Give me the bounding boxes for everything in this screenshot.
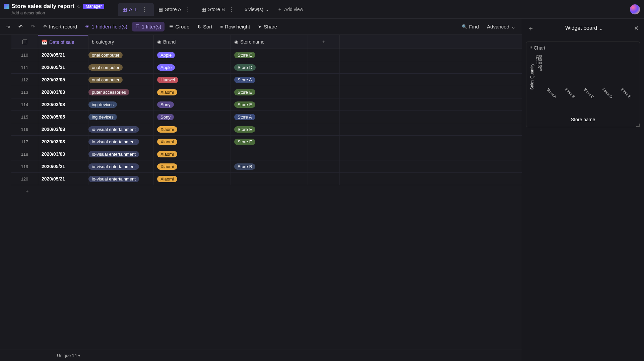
cell-store[interactable]: Store E (231, 98, 308, 111)
column-date-of-sale[interactable]: 📅 Date of sale (38, 35, 88, 49)
row-number: 112 (11, 74, 38, 86)
cell-sub-category[interactable]: puter accessories (88, 86, 154, 98)
cell-sub-category[interactable]: onal computer (88, 49, 154, 61)
table-row[interactable]: 1192020/05/21io-visual entertainmentXiao… (11, 160, 522, 173)
tab-menu-icon[interactable]: ⋮ (140, 6, 149, 12)
cell-brand[interactable]: Xiaomi (154, 123, 231, 135)
find-button[interactable]: 🔍 Find (458, 22, 482, 31)
drag-handle-icon[interactable]: ⠿ (529, 45, 532, 51)
cell-store[interactable]: Store E (231, 123, 308, 135)
cell-date[interactable]: 2020/03/03 (38, 98, 88, 111)
cell-date[interactable]: 2020/03/05 (38, 74, 88, 86)
hidden-fields-button[interactable]: 👁 1 hidden field(s) (82, 22, 131, 31)
cell-sub-category[interactable]: ing devices (88, 98, 154, 111)
close-panel-button[interactable]: ✕ (634, 25, 639, 32)
table-row[interactable]: 1162020/03/03io-visual entertainmentXiao… (11, 123, 522, 136)
cell-brand[interactable]: Xiaomi (154, 86, 231, 98)
cell-store[interactable]: Store E (231, 86, 308, 98)
cell-brand[interactable]: Sony (154, 111, 231, 123)
cell-date[interactable]: 2020/05/21 (38, 49, 88, 61)
cell-store[interactable]: Store A (231, 111, 308, 123)
filter-button[interactable]: ⛉ 1 filter(s) (132, 22, 165, 31)
cell-store[interactable] (231, 148, 308, 160)
cell-store[interactable]: Store D (231, 61, 308, 73)
cell-brand[interactable]: Xiaomi (154, 173, 231, 185)
row-height-button[interactable]: ≡ Row height (217, 22, 254, 31)
cell-sub-category[interactable]: ing devices (88, 111, 154, 123)
cell-store[interactable] (231, 173, 308, 185)
cell-store[interactable]: Store E (231, 136, 308, 148)
views-dropdown[interactable]: 6 view(s) ⌄ (241, 4, 273, 15)
cell-date[interactable]: 2020/05/21 (38, 61, 88, 73)
cell-brand[interactable]: Apple (154, 61, 231, 73)
cell-date[interactable]: 2020/03/03 (38, 136, 88, 148)
cell-sub-category[interactable]: io-visual entertainment (88, 123, 154, 135)
share-button[interactable]: ➤ Share (255, 22, 280, 31)
row-number: 120 (11, 173, 38, 185)
chart-widget[interactable]: ⠿ Chart Sales Quantity 200150100500 Stor… (526, 42, 640, 127)
star-icon[interactable]: ☆ (76, 3, 81, 10)
cell-brand[interactable]: Xiaomi (154, 136, 231, 148)
column-sub-category[interactable]: b-category (88, 35, 154, 49)
cell-brand[interactable]: Apple (154, 49, 231, 61)
cell-store[interactable]: Store A (231, 74, 308, 86)
cell-sub-category[interactable]: io-visual entertainment (88, 148, 154, 160)
add-column-button[interactable]: ＋ (308, 35, 340, 49)
tab-menu-icon[interactable]: ⋮ (227, 6, 236, 12)
undo-button[interactable]: ↶ (15, 22, 26, 32)
table-row[interactable]: 1202020/05/21io-visual entertainmentXiao… (11, 173, 522, 185)
chart-bars: Store AStore BStore CStore DStore E (543, 53, 637, 90)
cell-empty (308, 136, 340, 148)
redo-button[interactable]: ↷ (27, 22, 39, 32)
table-row[interactable]: 1152020/05/05ing devicesSonyStore A (11, 111, 522, 123)
column-brand[interactable]: ◉ Brand (154, 35, 231, 49)
cell-store[interactable]: Store E (231, 49, 308, 61)
add-view-button[interactable]: ＋ Add view (273, 4, 307, 15)
cell-sub-category[interactable]: onal computer (88, 61, 154, 73)
user-avatar[interactable] (630, 4, 640, 14)
column-store-name[interactable]: ◉ Store name (231, 35, 308, 49)
cell-brand[interactable]: Xiaomi (154, 160, 231, 172)
cell-empty (308, 111, 340, 123)
cell-brand[interactable]: Xiaomi (154, 148, 231, 160)
cell-date[interactable]: 2020/05/05 (38, 111, 88, 123)
checkbox-icon[interactable] (22, 40, 27, 44)
table-row[interactable]: 1122020/03/05onal computerHuaweiStore A (11, 74, 522, 86)
tab-store-a[interactable]: ▦ Store A ⋮ (154, 3, 197, 16)
row-number: 116 (11, 123, 38, 135)
widget-board-dropdown[interactable]: Widget board ⌄ (538, 25, 630, 31)
table-row[interactable]: 1172020/03/03io-visual entertainmentXiao… (11, 136, 522, 148)
collapse-panel-button[interactable]: ⇥ (3, 22, 14, 32)
select-all-header[interactable] (11, 35, 38, 49)
cell-sub-category[interactable]: io-visual entertainment (88, 136, 154, 148)
cell-sub-category[interactable]: io-visual entertainment (88, 173, 154, 185)
table-row[interactable]: 1102020/05/21onal computerAppleStore E (11, 49, 522, 61)
cell-sub-category[interactable]: io-visual entertainment (88, 160, 154, 172)
advanced-button[interactable]: Advanced ⌄ (484, 22, 519, 32)
cell-empty (308, 148, 340, 160)
cell-date[interactable]: 2020/03/03 (38, 148, 88, 160)
group-button[interactable]: ☰ Group (166, 22, 193, 31)
sort-button[interactable]: ⇅ Sort (194, 22, 216, 31)
resize-handle-icon[interactable] (636, 124, 640, 127)
cell-brand[interactable]: Huawei (154, 74, 231, 86)
table-row[interactable]: 1112020/05/21onal computerAppleStore D (11, 61, 522, 74)
cell-date[interactable]: 2020/05/21 (38, 160, 88, 172)
description-placeholder[interactable]: Add a description (4, 10, 118, 15)
table-row[interactable]: 1132020/03/03puter accessoriesXiaomiStor… (11, 86, 522, 98)
cell-date[interactable]: 2020/05/21 (38, 173, 88, 185)
tab-menu-icon[interactable]: ⋮ (183, 6, 192, 12)
cell-brand[interactable]: Sony (154, 98, 231, 111)
table-row[interactable]: 1182020/03/03io-visual entertainmentXiao… (11, 148, 522, 160)
cell-store[interactable]: Store B (231, 160, 308, 172)
column-summary[interactable]: Unique 14 ▾ (57, 353, 80, 358)
add-row-button[interactable]: ＋ (11, 185, 522, 197)
add-widget-button[interactable]: ＋ (527, 24, 534, 33)
insert-record-button[interactable]: ⊕ Insert record (40, 22, 80, 31)
cell-sub-category[interactable]: onal computer (88, 74, 154, 86)
tab-store-b[interactable]: ▦ Store B ⋮ (197, 3, 241, 16)
cell-date[interactable]: 2020/03/03 (38, 123, 88, 135)
tab-all[interactable]: ▦ ALL ⋮ (118, 3, 154, 16)
table-row[interactable]: 1142020/03/03ing devicesSonyStore E (11, 98, 522, 111)
cell-date[interactable]: 2020/03/03 (38, 86, 88, 98)
